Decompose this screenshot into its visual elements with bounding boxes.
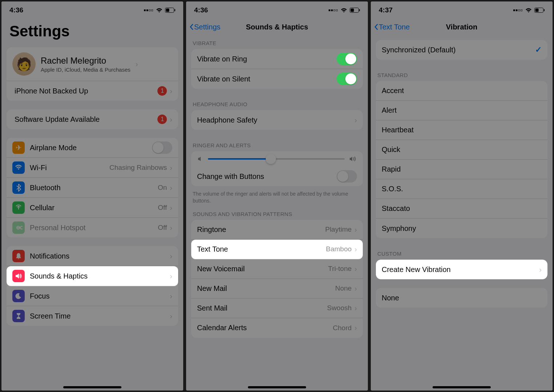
ringtone-cell[interactable]: Ringtone Playtime › — [191, 220, 363, 240]
chevron-right-icon: › — [354, 245, 357, 253]
cellular-icon: ▪▪▫▫ — [328, 6, 338, 14]
moon-icon — [12, 290, 25, 302]
wifi-icon — [12, 161, 25, 174]
status-time: 4:37 — [379, 6, 393, 14]
bluetooth-icon — [12, 181, 25, 194]
ringer-header: RINGER AND ALERTS — [186, 139, 368, 151]
chevron-right-icon: › — [170, 312, 172, 320]
status-time: 4:36 — [194, 6, 208, 14]
chevron-right-icon: › — [170, 224, 172, 232]
back-button[interactable]: Text Tone — [374, 23, 410, 31]
speaker-icon — [12, 270, 25, 282]
sounds-patterns-header: SOUNDS AND VIBRATION PATTERNS — [186, 207, 368, 220]
synchronized-cell[interactable]: Synchronized (Default) ✓ — [376, 40, 547, 60]
vibrate-silent-toggle[interactable] — [337, 73, 357, 85]
text-tone-cell[interactable]: Text Tone Bamboo › — [191, 240, 363, 259]
vibrate-silent-cell[interactable]: Vibrate on Silent — [191, 69, 363, 89]
checkmark-icon: ✓ — [535, 45, 542, 55]
wifi-cell[interactable]: Wi-Fi Chasing Rainbows › — [7, 158, 178, 178]
nav-bar: Text Tone Vibration — [371, 17, 553, 36]
headphone-safety-cell[interactable]: Headphone Safety › — [191, 110, 363, 130]
change-buttons-toggle[interactable] — [337, 170, 357, 183]
sentmail-cell[interactable]: Sent Mail Swoosh › — [191, 299, 363, 318]
home-indicator — [248, 386, 306, 388]
newmail-cell[interactable]: New Mail None › — [191, 279, 363, 299]
chevron-right-icon: › — [539, 265, 542, 274]
bell-icon — [12, 250, 25, 262]
svg-rect-1 — [166, 9, 169, 12]
speaker-high-icon — [349, 156, 357, 162]
nav-title: Vibration — [446, 23, 477, 31]
chevron-right-icon: › — [170, 87, 172, 95]
standard-item[interactable]: Heartbeat — [376, 120, 547, 140]
chevron-right-icon: › — [170, 272, 172, 280]
status-bar: 4:36 ▪▪▫▫ — [186, 1, 368, 17]
nav-bar: Settings Sounds & Haptics — [186, 17, 368, 36]
standard-item[interactable]: Staccato — [376, 199, 547, 219]
battery-icon — [165, 8, 175, 13]
bluetooth-cell[interactable]: Bluetooth On › — [7, 178, 178, 198]
chevron-right-icon: › — [170, 252, 172, 260]
badge: 1 — [157, 115, 167, 124]
vibrate-header: VIBRATE — [186, 36, 368, 49]
calendar-cell[interactable]: Calendar Alerts Chord › — [191, 318, 363, 338]
hourglass-icon — [12, 310, 25, 322]
wifi-icon — [525, 8, 532, 13]
standard-item[interactable]: Rapid — [376, 160, 547, 179]
standard-item[interactable]: Alert — [376, 101, 547, 120]
svg-rect-5 — [359, 9, 360, 11]
status-bar: 4:37 ▪▪▫▫ — [371, 1, 553, 17]
nav-title: Sounds & Haptics — [246, 23, 308, 31]
chevron-right-icon: › — [136, 60, 138, 68]
screentime-cell[interactable]: Screen Time › — [7, 306, 178, 326]
profile-sub: Apple ID, iCloud, Media & Purchases — [41, 67, 131, 73]
chevron-right-icon: › — [170, 115, 172, 124]
battery-icon — [350, 8, 360, 13]
page-title: Settings — [1, 17, 183, 44]
status-icons: ▪▪▫▫ — [144, 6, 175, 14]
profile-cell[interactable]: 🧑 Rachel Melegrito Apple ID, iCloud, Med… — [7, 47, 178, 81]
screen-settings: 4:36 ▪▪▫▫ Settings 🧑 Rachel Melegrito Ap… — [1, 1, 183, 391]
standard-item[interactable]: Symphony — [376, 219, 547, 238]
cellular-cell[interactable]: Cellular Off › — [7, 198, 178, 218]
svg-rect-8 — [544, 9, 545, 11]
chevron-right-icon: › — [170, 184, 172, 192]
wifi-icon — [340, 8, 348, 13]
standard-item[interactable]: S.O.S. — [376, 179, 547, 199]
chevron-left-icon — [374, 24, 378, 30]
back-button[interactable]: Settings — [190, 23, 220, 31]
none-cell[interactable]: None — [376, 288, 547, 308]
chevron-right-icon: › — [354, 284, 357, 293]
volume-slider[interactable] — [208, 158, 345, 160]
svg-rect-4 — [351, 9, 354, 12]
standard-item[interactable]: Accent — [376, 81, 547, 101]
status-time: 4:36 — [9, 6, 23, 14]
standard-item[interactable]: Quick — [376, 140, 547, 160]
screen-vibration: 4:37 ▪▪▫▫ Text Tone Vibration Synchroniz… — [371, 1, 553, 391]
cellular-icon: ▪▪▫▫ — [513, 6, 523, 14]
notifications-cell[interactable]: Notifications › — [7, 246, 178, 266]
standard-header: STANDARD — [371, 68, 553, 81]
status-icons: ▪▪▫▫ — [328, 6, 360, 14]
chevron-right-icon: › — [354, 116, 357, 124]
speaker-low-icon — [197, 156, 204, 162]
voicemail-cell[interactable]: New Voicemail Tri-tone › — [191, 259, 363, 279]
airplane-cell[interactable]: ✈ Airplane Mode — [7, 138, 178, 158]
airplane-icon: ✈ — [12, 141, 25, 154]
cellular-icon: ▪▪▫▫ — [144, 6, 153, 14]
chevron-right-icon: › — [354, 324, 357, 332]
hotspot-cell[interactable]: Personal Hotspot Off › — [7, 218, 178, 237]
chevron-left-icon — [190, 24, 193, 30]
create-vibration-cell[interactable]: Create New Vibration › — [376, 260, 547, 279]
wifi-icon — [156, 8, 163, 13]
custom-header: CUSTOM — [371, 247, 553, 260]
update-cell[interactable]: Software Update Available 1 › — [7, 109, 178, 129]
vibrate-ring-cell[interactable]: Vibrate on Ring — [191, 49, 363, 69]
vibrate-ring-toggle[interactable] — [337, 53, 357, 65]
volume-slider-cell[interactable] — [191, 151, 363, 167]
focus-cell[interactable]: Focus › — [7, 286, 178, 306]
change-buttons-cell[interactable]: Change with Buttons — [191, 167, 363, 186]
backup-cell[interactable]: iPhone Not Backed Up 1 › — [7, 81, 178, 101]
airplane-toggle[interactable] — [152, 141, 172, 154]
sounds-haptics-cell[interactable]: Sounds & Haptics › — [7, 266, 178, 286]
